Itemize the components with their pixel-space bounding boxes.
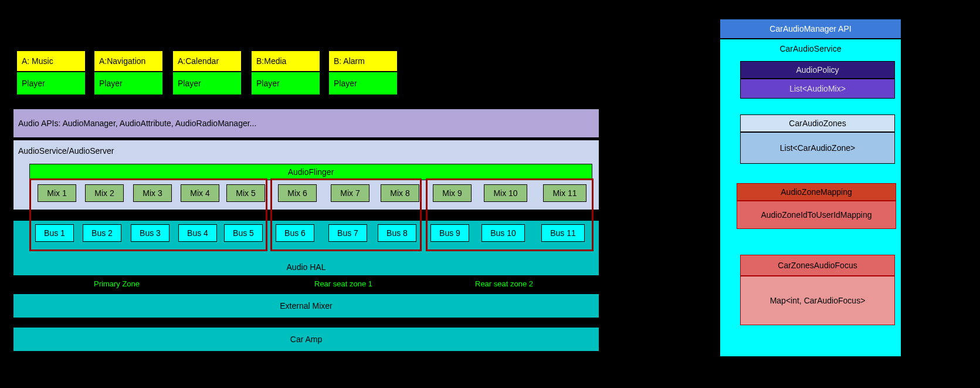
car-amp: Car Amp [13, 327, 599, 352]
app-b-media-player: Player [251, 72, 320, 95]
primary-zone-label: Primary Zone [94, 279, 140, 288]
audio-policy: AudioPolicy [740, 61, 895, 79]
rear-zone-1-border [270, 178, 422, 251]
app-a-calendar-player: Player [172, 72, 242, 95]
app-a-navigation: A:Navigation [94, 50, 163, 72]
audio-apis: Audio APIs: AudioManager, AudioAttribute… [13, 109, 599, 138]
audio-policy-list: List<AudioMix> [740, 79, 895, 99]
app-a-music: A: Music [16, 50, 86, 72]
rear-zone-1-label: Rear seat zone 1 [314, 279, 372, 288]
app-b-alarm: B: Alarm [328, 50, 398, 72]
rear-zone-2-label: Rear seat zone 2 [475, 279, 533, 288]
audio-flinger: AudioFlinger [29, 164, 592, 180]
app-a-navigation-player: Player [94, 72, 163, 95]
audio-zone-mapping: AudioZoneMapping [737, 183, 896, 201]
audio-zone-id-mapping: AudioZoneIdToUserIdMapping [737, 201, 896, 229]
car-audio-manager-api: CarAudioManager API [720, 19, 901, 39]
rear-zone-2-border [426, 178, 594, 251]
car-audio-focus-map: Map<int, CarAudioFocus> [740, 276, 895, 325]
app-b-media: B:Media [251, 50, 320, 72]
app-b-alarm-player: Player [328, 72, 398, 95]
app-a-calendar: A:Calendar [172, 50, 242, 72]
car-audio-zone-list: List<CarAudioZone> [740, 132, 895, 164]
car-audio-zones: CarAudioZones [740, 114, 895, 132]
car-zones-audio-focus: CarZonesAudioFocus [740, 255, 895, 276]
external-mixer: External Mixer [13, 293, 599, 318]
primary-zone-border [29, 178, 267, 251]
app-a-music-player: Player [16, 72, 86, 95]
